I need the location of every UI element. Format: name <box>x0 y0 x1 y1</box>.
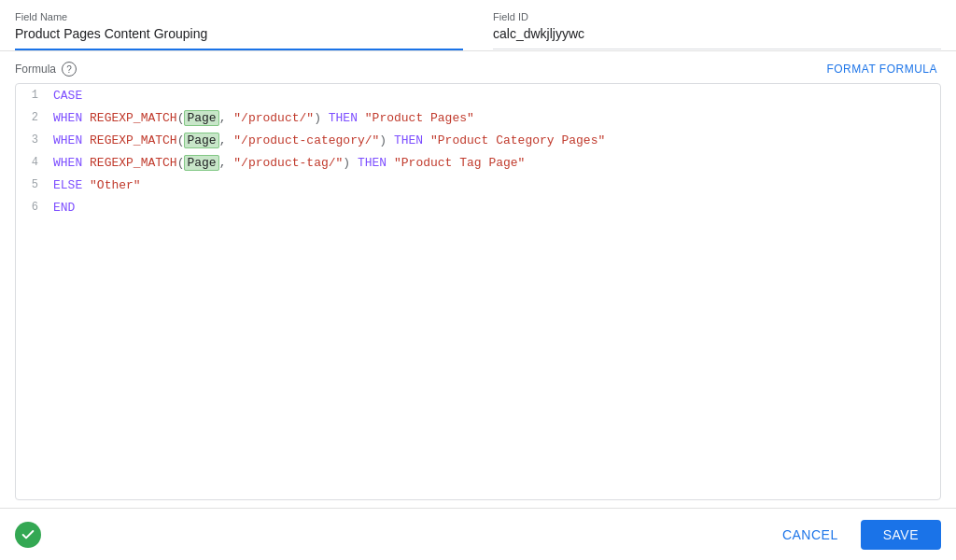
field-id-group: Field ID calc_dwkjljyywc <box>493 11 941 49</box>
code-line-5: 5 ELSE "Other" <box>16 174 940 196</box>
line-content-6: END <box>49 201 940 215</box>
code-line-1: 1 CASE <box>16 84 940 106</box>
line-content-1: CASE <box>49 89 940 103</box>
formula-label: Formula <box>15 63 56 76</box>
field-id-value: calc_dwkjljyywc <box>493 26 941 49</box>
formula-section: Formula ? FORMAT FORMULA <box>0 51 956 83</box>
check-icon <box>15 522 41 548</box>
line-content-3: WHEN REGEXP_MATCH(Page, "/product-catego… <box>49 133 940 147</box>
format-formula-button[interactable]: FORMAT FORMULA <box>822 59 941 79</box>
formula-label-group: Formula ? <box>15 62 77 77</box>
line-number-2: 2 <box>16 111 49 124</box>
header: Field Name Product Pages Content Groupin… <box>0 0 956 51</box>
field-id-label: Field ID <box>493 11 941 22</box>
line-number-6: 6 <box>16 201 49 214</box>
field-name-label: Field Name <box>15 11 463 22</box>
cancel-button[interactable]: CANCEL <box>767 520 853 550</box>
line-number-1: 1 <box>16 89 49 102</box>
line-number-3: 3 <box>16 133 49 147</box>
code-editor[interactable]: 1 CASE 2 WHEN REGEXP_MATCH(Page, "/produ… <box>15 83 941 500</box>
code-line-6: 6 END <box>16 196 940 218</box>
field-name-value: Product Pages Content Grouping <box>15 26 463 50</box>
help-icon[interactable]: ? <box>62 62 77 77</box>
field-name-group: Field Name Product Pages Content Groupin… <box>15 11 463 50</box>
line-number-4: 4 <box>16 156 49 169</box>
save-button[interactable]: SAVE <box>861 520 941 550</box>
footer-buttons: CANCEL SAVE <box>767 520 941 550</box>
code-line-2: 2 WHEN REGEXP_MATCH(Page, "/product/") T… <box>16 106 940 129</box>
line-number-5: 5 <box>16 178 49 191</box>
line-content-2: WHEN REGEXP_MATCH(Page, "/product/") THE… <box>49 111 940 125</box>
code-line-4: 4 WHEN REGEXP_MATCH(Page, "/product-tag/… <box>16 151 940 174</box>
code-line-3: 3 WHEN REGEXP_MATCH(Page, "/product-cate… <box>16 129 940 151</box>
line-content-5: ELSE "Other" <box>49 178 940 192</box>
line-content-4: WHEN REGEXP_MATCH(Page, "/product-tag/")… <box>49 156 940 170</box>
footer: CANCEL SAVE <box>0 508 956 560</box>
